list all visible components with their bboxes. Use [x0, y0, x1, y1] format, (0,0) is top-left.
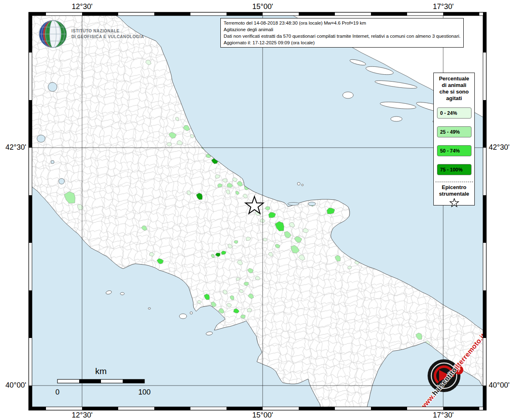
axis-label-top-1250: 12°30': [72, 2, 93, 11]
legend-separator: [435, 182, 473, 182]
ingv-logo-text: ISTITUTO NAZIONALE DI GEOFISICA E VULCAN…: [71, 28, 144, 40]
info-line-topic: Agitazione degli animali: [224, 26, 460, 33]
legend-epicenter-label: Epicentro strumentale: [439, 184, 469, 197]
scale-start-label: 0: [51, 388, 64, 397]
legend-swatch-0-24: 0 - 24%: [437, 107, 472, 119]
scale-bar: [57, 379, 144, 383]
map-canvas: ? www.haisentitoilterremoto.it: [0, 0, 515, 420]
legend-items: 0 - 24% 25 - 49% 50 - 74% 75 - 100%: [437, 107, 472, 175]
legend-epicenter-star-icon: [449, 198, 460, 210]
municipality-polygon: [236, 277, 240, 280]
legend-title: Percentuale di animali che si sono agita…: [439, 75, 469, 102]
legend-swatch-75-100: 75 - 100%: [437, 164, 472, 175]
axis-label-bottom-1500: 15°00': [252, 411, 273, 419]
axis-label-left-4230: 42°30': [0, 143, 26, 151]
legend-swatch-50-74: 50 - 74%: [437, 145, 472, 156]
legend-swatch-25-49: 25 - 49%: [437, 126, 472, 137]
scale-end-label: 100: [135, 388, 153, 397]
info-line-event: Terremoto del 14-08-2018 23:48:30 (ora l…: [224, 20, 460, 26]
axis-label-top-1500: 15°00': [252, 2, 273, 11]
axis-label-right-4000: 40°00': [489, 381, 510, 389]
axis-label-bottom-1730: 17°30': [433, 411, 454, 419]
info-line-source: Dati non verificati estratti da 570 ques…: [224, 33, 460, 39]
legend: Percentuale di animali che si sono agita…: [433, 73, 475, 205]
municipality-polygon: [348, 266, 352, 269]
earthquake-info-box: Terremoto del 14-08-2018 23:48:30 (ora l…: [220, 18, 464, 48]
municipality-polygon: [247, 308, 252, 312]
axis-label-bottom-1250: 12°30': [72, 411, 93, 419]
municipality-polygon: [217, 184, 222, 187]
municipality-polygon: [246, 237, 251, 241]
scale-unit-label: km: [57, 366, 144, 376]
ingv-globe-icon: [38, 19, 68, 49]
axis-label-left-4000: 40°00': [0, 381, 26, 389]
ingv-logo: ISTITUTO NAZIONALE DI GEOFISICA E VULCAN…: [38, 19, 144, 49]
axis-label-right-4230: 42°30': [489, 143, 510, 151]
municipality-polygon: [221, 251, 226, 255]
municipality-polygon: [215, 175, 220, 178]
info-line-updated: Aggiornato il: 17-12-2025 09:09 (ora loc…: [224, 39, 460, 46]
axis-label-top-1730: 17°30': [433, 2, 454, 11]
